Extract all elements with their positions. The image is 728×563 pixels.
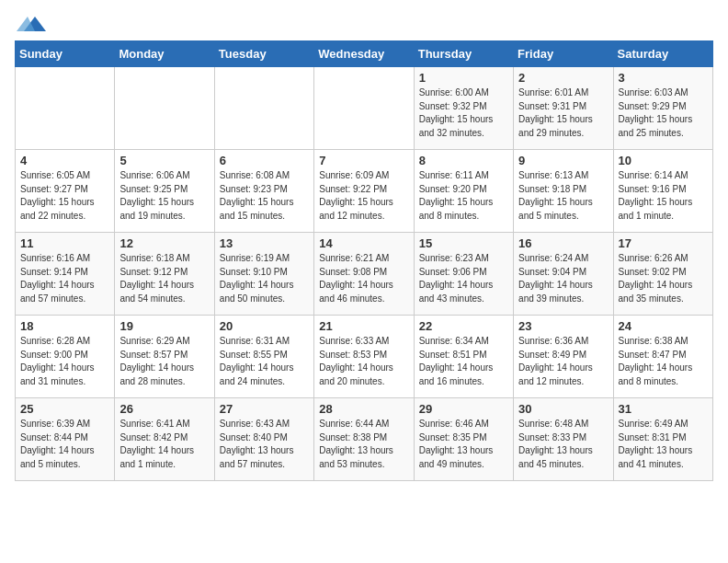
day-info: Sunrise: 6:19 AM Sunset: 9:10 PM Dayligh…	[220, 252, 309, 305]
day-info: Sunrise: 6:24 AM Sunset: 9:04 PM Dayligh…	[518, 252, 608, 305]
calendar-cell: 27Sunrise: 6:43 AM Sunset: 8:40 PM Dayli…	[214, 398, 313, 481]
calendar-cell	[314, 67, 414, 150]
day-info: Sunrise: 6:49 AM Sunset: 8:31 PM Dayligh…	[619, 418, 708, 471]
day-number: 22	[419, 319, 508, 333]
day-number: 28	[319, 402, 408, 416]
day-number: 7	[319, 154, 408, 167]
day-info: Sunrise: 6:28 AM Sunset: 9:00 PM Dayligh…	[20, 335, 109, 388]
day-number: 16	[518, 236, 608, 250]
day-number: 10	[619, 154, 708, 167]
calendar-cell: 24Sunrise: 6:38 AM Sunset: 8:47 PM Dayli…	[613, 316, 712, 398]
day-number: 8	[419, 154, 508, 167]
day-info: Sunrise: 6:44 AM Sunset: 8:38 PM Dayligh…	[319, 418, 408, 471]
calendar-cell: 17Sunrise: 6:26 AM Sunset: 9:02 PM Dayli…	[613, 233, 712, 316]
calendar-cell: 29Sunrise: 6:46 AM Sunset: 8:35 PM Dayli…	[414, 398, 513, 481]
calendar-cell: 23Sunrise: 6:36 AM Sunset: 8:49 PM Dayli…	[514, 316, 613, 398]
day-number: 4	[20, 154, 109, 167]
day-info: Sunrise: 6:43 AM Sunset: 8:40 PM Dayligh…	[220, 418, 309, 471]
day-info: Sunrise: 6:14 AM Sunset: 9:16 PM Dayligh…	[619, 169, 708, 223]
day-number: 30	[518, 402, 608, 416]
calendar-cell: 11Sunrise: 6:16 AM Sunset: 9:14 PM Dayli…	[16, 233, 115, 316]
day-number: 20	[220, 319, 309, 333]
logo	[15, 15, 46, 33]
day-info: Sunrise: 6:21 AM Sunset: 9:08 PM Dayligh…	[319, 252, 408, 305]
day-info: Sunrise: 6:29 AM Sunset: 8:57 PM Dayligh…	[119, 335, 209, 388]
calendar-header: SundayMondayTuesdayWednesdayThursdayFrid…	[16, 41, 713, 67]
day-number: 31	[619, 402, 708, 416]
calendar-cell: 25Sunrise: 6:39 AM Sunset: 8:44 PM Dayli…	[16, 398, 115, 481]
day-info: Sunrise: 6:06 AM Sunset: 9:25 PM Dayligh…	[119, 169, 209, 223]
calendar-week-3: 11Sunrise: 6:16 AM Sunset: 9:14 PM Dayli…	[16, 233, 713, 316]
day-info: Sunrise: 6:39 AM Sunset: 8:44 PM Dayligh…	[20, 418, 109, 471]
calendar-cell: 16Sunrise: 6:24 AM Sunset: 9:04 PM Dayli…	[514, 233, 613, 316]
calendar-cell: 20Sunrise: 6:31 AM Sunset: 8:55 PM Dayli…	[214, 316, 313, 398]
day-number: 21	[319, 319, 408, 333]
day-info: Sunrise: 6:13 AM Sunset: 9:18 PM Dayligh…	[518, 169, 608, 223]
day-number: 26	[119, 402, 209, 416]
calendar-week-1: 1Sunrise: 6:00 AM Sunset: 9:32 PM Daylig…	[16, 67, 713, 150]
day-info: Sunrise: 6:11 AM Sunset: 9:20 PM Dayligh…	[419, 169, 508, 223]
day-number: 15	[419, 236, 508, 250]
day-info: Sunrise: 6:05 AM Sunset: 9:27 PM Dayligh…	[20, 169, 109, 223]
calendar-cell: 28Sunrise: 6:44 AM Sunset: 8:38 PM Dayli…	[314, 398, 414, 481]
weekday-sunday: Sunday	[16, 41, 115, 67]
calendar-cell: 19Sunrise: 6:29 AM Sunset: 8:57 PM Dayli…	[115, 316, 214, 398]
day-number: 12	[119, 236, 209, 250]
calendar-cell: 2Sunrise: 6:01 AM Sunset: 9:31 PM Daylig…	[514, 67, 613, 150]
weekday-row: SundayMondayTuesdayWednesdayThursdayFrid…	[16, 41, 713, 67]
calendar-cell: 15Sunrise: 6:23 AM Sunset: 9:06 PM Dayli…	[414, 233, 513, 316]
day-info: Sunrise: 6:34 AM Sunset: 8:51 PM Dayligh…	[419, 335, 508, 388]
logo-icon	[17, 15, 46, 33]
calendar-cell: 13Sunrise: 6:19 AM Sunset: 9:10 PM Dayli…	[214, 233, 313, 316]
calendar-cell: 1Sunrise: 6:00 AM Sunset: 9:32 PM Daylig…	[414, 67, 513, 150]
day-info: Sunrise: 6:18 AM Sunset: 9:12 PM Dayligh…	[119, 252, 209, 305]
calendar-table: SundayMondayTuesdayWednesdayThursdayFrid…	[15, 40, 713, 481]
day-number: 23	[518, 319, 608, 333]
weekday-thursday: Thursday	[414, 41, 513, 67]
day-info: Sunrise: 6:31 AM Sunset: 8:55 PM Dayligh…	[220, 335, 309, 388]
day-info: Sunrise: 6:36 AM Sunset: 8:49 PM Dayligh…	[518, 335, 608, 388]
weekday-saturday: Saturday	[613, 41, 712, 67]
day-info: Sunrise: 6:41 AM Sunset: 8:42 PM Dayligh…	[119, 418, 209, 471]
day-info: Sunrise: 6:46 AM Sunset: 8:35 PM Dayligh…	[419, 418, 508, 471]
day-number: 27	[220, 402, 309, 416]
calendar-cell: 26Sunrise: 6:41 AM Sunset: 8:42 PM Dayli…	[115, 398, 214, 481]
calendar-week-4: 18Sunrise: 6:28 AM Sunset: 9:00 PM Dayli…	[16, 316, 713, 398]
calendar-cell: 12Sunrise: 6:18 AM Sunset: 9:12 PM Dayli…	[115, 233, 214, 316]
calendar-cell	[214, 67, 313, 150]
day-number: 17	[619, 236, 708, 250]
day-info: Sunrise: 6:48 AM Sunset: 8:33 PM Dayligh…	[518, 418, 608, 471]
day-number: 18	[20, 319, 109, 333]
weekday-monday: Monday	[115, 41, 214, 67]
day-number: 25	[20, 402, 109, 416]
calendar-cell: 14Sunrise: 6:21 AM Sunset: 9:08 PM Dayli…	[314, 233, 414, 316]
weekday-friday: Friday	[514, 41, 613, 67]
calendar-cell: 7Sunrise: 6:09 AM Sunset: 9:22 PM Daylig…	[314, 150, 414, 233]
weekday-wednesday: Wednesday	[314, 41, 414, 67]
day-info: Sunrise: 6:16 AM Sunset: 9:14 PM Dayligh…	[20, 252, 109, 305]
calendar-cell	[115, 67, 214, 150]
calendar-cell: 6Sunrise: 6:08 AM Sunset: 9:23 PM Daylig…	[214, 150, 313, 233]
calendar-week-2: 4Sunrise: 6:05 AM Sunset: 9:27 PM Daylig…	[16, 150, 713, 233]
calendar-cell	[16, 67, 115, 150]
calendar-cell: 5Sunrise: 6:06 AM Sunset: 9:25 PM Daylig…	[115, 150, 214, 233]
page-header	[15, 15, 713, 33]
calendar-cell: 18Sunrise: 6:28 AM Sunset: 9:00 PM Dayli…	[16, 316, 115, 398]
day-number: 11	[20, 236, 109, 250]
day-info: Sunrise: 6:09 AM Sunset: 9:22 PM Dayligh…	[319, 169, 408, 223]
calendar-cell: 4Sunrise: 6:05 AM Sunset: 9:27 PM Daylig…	[16, 150, 115, 233]
day-info: Sunrise: 6:03 AM Sunset: 9:29 PM Dayligh…	[619, 86, 708, 140]
day-info: Sunrise: 6:00 AM Sunset: 9:32 PM Dayligh…	[419, 86, 508, 140]
day-number: 29	[419, 402, 508, 416]
calendar-week-5: 25Sunrise: 6:39 AM Sunset: 8:44 PM Dayli…	[16, 398, 713, 481]
calendar-cell: 22Sunrise: 6:34 AM Sunset: 8:51 PM Dayli…	[414, 316, 513, 398]
day-info: Sunrise: 6:33 AM Sunset: 8:53 PM Dayligh…	[319, 335, 408, 388]
day-info: Sunrise: 6:08 AM Sunset: 9:23 PM Dayligh…	[220, 169, 309, 223]
calendar-cell: 30Sunrise: 6:48 AM Sunset: 8:33 PM Dayli…	[514, 398, 613, 481]
day-number: 14	[319, 236, 408, 250]
calendar-body: 1Sunrise: 6:00 AM Sunset: 9:32 PM Daylig…	[16, 67, 713, 481]
day-number: 9	[518, 154, 608, 167]
calendar-cell: 10Sunrise: 6:14 AM Sunset: 9:16 PM Dayli…	[613, 150, 712, 233]
day-number: 6	[220, 154, 309, 167]
day-number: 19	[119, 319, 209, 333]
